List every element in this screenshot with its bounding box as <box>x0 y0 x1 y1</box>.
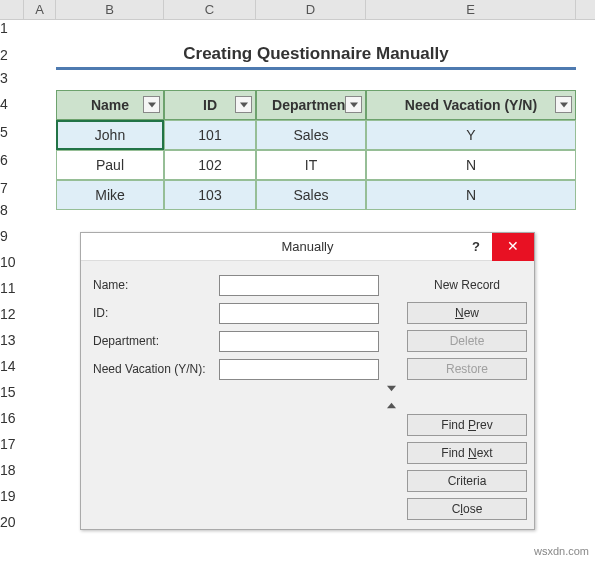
label-id: ID: <box>93 306 215 320</box>
table-cell[interactable]: Y <box>366 120 576 150</box>
col-header-department[interactable]: Department <box>256 90 366 120</box>
watermark: wsxdn.com <box>534 545 589 557</box>
row-header-20[interactable]: 20 <box>0 514 24 540</box>
row-header-1[interactable]: 1 <box>0 20 24 40</box>
id-field[interactable] <box>219 303 379 324</box>
row-header-2[interactable]: 2 <box>0 40 24 70</box>
criteria-button[interactable]: Criteria <box>407 470 527 492</box>
dialog-titlebar[interactable]: Manually ? ✕ <box>81 233 534 261</box>
row-header-11[interactable]: 11 <box>0 280 24 306</box>
worksheet-grid[interactable]: A B C D E <box>0 0 595 20</box>
row-header-17[interactable]: 17 <box>0 436 24 462</box>
table-cell[interactable]: Mike <box>56 180 164 210</box>
row-header-16[interactable]: 16 <box>0 410 24 436</box>
col-header-B[interactable]: B <box>56 0 164 20</box>
department-field[interactable] <box>219 331 379 352</box>
col-label: ID <box>203 97 217 113</box>
table-cell[interactable]: 101 <box>164 120 256 150</box>
row-header-3[interactable]: 3 <box>0 70 24 90</box>
new-button[interactable]: New <box>407 302 527 324</box>
scroll-up-icon[interactable] <box>383 397 400 414</box>
row-header-14[interactable]: 14 <box>0 358 24 384</box>
filter-icon[interactable] <box>555 96 572 113</box>
col-label: Department <box>272 97 350 113</box>
col-label: Need Vacation (Y/N) <box>405 97 537 113</box>
row-header-9[interactable]: 9 <box>0 228 24 254</box>
page-title: Creating Questionnaire Manually <box>56 40 576 70</box>
row-header-12[interactable]: 12 <box>0 306 24 332</box>
data-form-dialog[interactable]: Manually ? ✕ Name: New Record ID: New De… <box>80 232 535 530</box>
vacation-field[interactable] <box>219 359 379 380</box>
label-vacation: Need Vacation (Y/N): <box>93 362 215 376</box>
cell-selected[interactable]: John <box>56 120 164 150</box>
find-next-button[interactable]: Find Next <box>407 442 527 464</box>
col-header-A[interactable]: A <box>24 0 56 20</box>
row-header-8[interactable]: 8 <box>0 202 24 228</box>
row-header-18[interactable]: 18 <box>0 462 24 488</box>
table-cell[interactable]: Sales <box>256 120 366 150</box>
col-header-blank <box>576 0 595 20</box>
table-cell[interactable]: Sales <box>256 180 366 210</box>
label-name: Name: <box>93 278 215 292</box>
restore-button[interactable]: Restore <box>407 358 527 380</box>
col-header-vacation[interactable]: Need Vacation (Y/N) <box>366 90 576 120</box>
filter-icon[interactable] <box>143 96 160 113</box>
col-header-C[interactable]: C <box>164 0 256 20</box>
name-field[interactable] <box>219 275 379 296</box>
close-icon[interactable]: ✕ <box>492 233 534 261</box>
select-all-cell[interactable] <box>0 0 24 20</box>
row-header-5[interactable]: 5 <box>0 118 24 146</box>
row-header-13[interactable]: 13 <box>0 332 24 358</box>
table-cell[interactable]: N <box>366 150 576 180</box>
dialog-title-text: Manually <box>281 239 333 254</box>
table-cell[interactable]: 102 <box>164 150 256 180</box>
col-label: Name <box>91 97 129 113</box>
col-header-E[interactable]: E <box>366 0 576 20</box>
col-header-D[interactable]: D <box>256 0 366 20</box>
table-cell[interactable]: 103 <box>164 180 256 210</box>
row-header-6[interactable]: 6 <box>0 146 24 174</box>
table-cell[interactable]: IT <box>256 150 366 180</box>
table-cell[interactable]: N <box>366 180 576 210</box>
row-header-10[interactable]: 10 <box>0 254 24 280</box>
row-header-7[interactable]: 7 <box>0 174 24 202</box>
row-header-19[interactable]: 19 <box>0 488 24 514</box>
help-button[interactable]: ? <box>462 233 490 261</box>
scroll-down-icon[interactable] <box>383 380 400 397</box>
row-header-4[interactable]: 4 <box>0 90 24 118</box>
delete-button[interactable]: Delete <box>407 330 527 352</box>
table-cell[interactable]: Paul <box>56 150 164 180</box>
record-indicator: New Record <box>407 278 527 292</box>
col-header-id[interactable]: ID <box>164 90 256 120</box>
close-button[interactable]: Close <box>407 498 527 520</box>
filter-icon[interactable] <box>235 96 252 113</box>
find-prev-button[interactable]: Find Prev <box>407 414 527 436</box>
filter-icon[interactable] <box>345 96 362 113</box>
label-department: Department: <box>93 334 215 348</box>
row-header-15[interactable]: 15 <box>0 384 24 410</box>
col-header-name[interactable]: Name <box>56 90 164 120</box>
